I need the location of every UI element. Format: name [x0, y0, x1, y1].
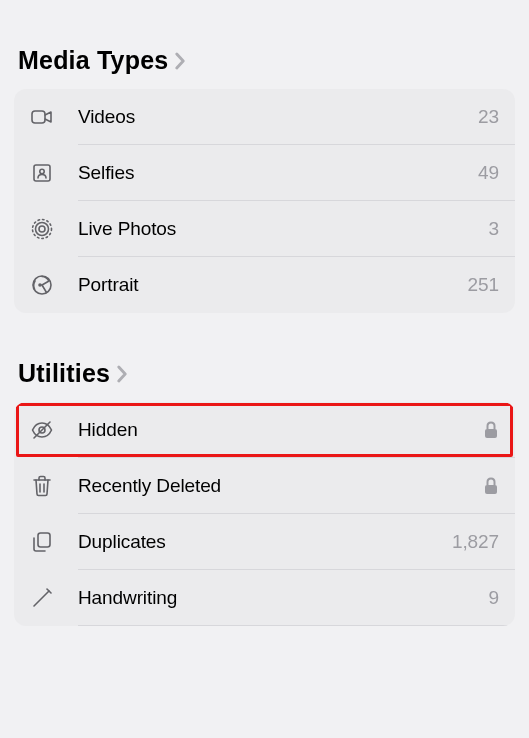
- video-icon: [30, 105, 64, 129]
- chevron-right-icon: [116, 365, 128, 383]
- list-row-count: 9: [489, 587, 499, 609]
- list-row-count: 49: [478, 162, 499, 184]
- eye-slash-icon: [30, 418, 64, 442]
- list-row-label: Hidden: [78, 419, 483, 441]
- section-title: Media Types: [18, 46, 168, 75]
- list-row-label: Selfies: [78, 162, 478, 184]
- list-row-videos[interactable]: Videos 23: [14, 89, 515, 145]
- list-row-label: Videos: [78, 106, 478, 128]
- section-header-utilities[interactable]: Utilities: [0, 359, 529, 388]
- svg-point-3: [39, 226, 45, 232]
- aperture-icon: [30, 273, 64, 297]
- svg-point-2: [40, 169, 44, 173]
- list-row-label: Duplicates: [78, 531, 452, 553]
- list-row-portrait[interactable]: Portrait 251: [14, 257, 515, 313]
- list-row-count: 1,827: [452, 531, 499, 553]
- list-row-recently-deleted[interactable]: Recently Deleted: [14, 458, 515, 514]
- utilities-list: Hidden Recently Deleted: [14, 402, 515, 626]
- list-row-handwriting[interactable]: Handwriting 9: [14, 570, 515, 626]
- svg-rect-0: [32, 111, 45, 123]
- live-photos-icon: [30, 217, 64, 241]
- list-row-count: 3: [489, 218, 499, 240]
- list-row-live-photos[interactable]: Live Photos 3: [14, 201, 515, 257]
- svg-rect-14: [38, 533, 50, 547]
- svg-point-7: [38, 283, 42, 287]
- media-types-list: Videos 23 Selfies 49 Liv: [14, 89, 515, 313]
- list-row-label: Handwriting: [78, 587, 489, 609]
- list-row-label: Live Photos: [78, 218, 489, 240]
- duplicate-icon: [30, 530, 64, 554]
- list-row-count: 251: [468, 274, 499, 296]
- trash-icon: [30, 474, 64, 498]
- section-title: Utilities: [18, 359, 110, 388]
- svg-rect-10: [485, 429, 497, 438]
- selfie-icon: [30, 161, 64, 185]
- list-row-count: 23: [478, 106, 499, 128]
- list-row-label: Recently Deleted: [78, 475, 483, 497]
- svg-rect-13: [485, 485, 497, 494]
- svg-point-4: [36, 223, 49, 236]
- section-header-media-types[interactable]: Media Types: [0, 0, 529, 75]
- pencil-icon: [30, 586, 64, 610]
- lock-icon: [483, 476, 499, 496]
- list-row-duplicates[interactable]: Duplicates 1,827: [14, 514, 515, 570]
- lock-icon: [483, 420, 499, 440]
- list-row-selfies[interactable]: Selfies 49: [14, 145, 515, 201]
- list-row-label: Portrait: [78, 274, 468, 296]
- chevron-right-icon: [174, 52, 186, 70]
- list-row-hidden[interactable]: Hidden: [14, 402, 515, 458]
